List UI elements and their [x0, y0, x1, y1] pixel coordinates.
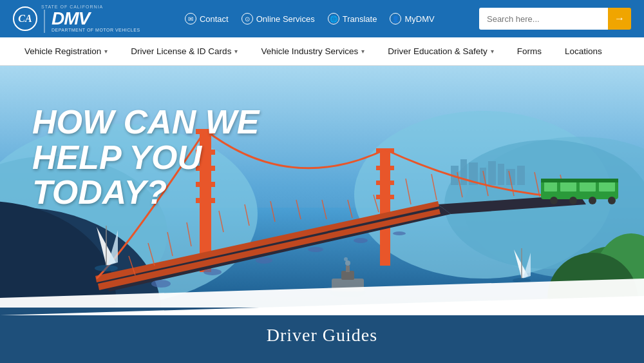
svg-rect-76 — [580, 181, 596, 191]
svg-point-35 — [151, 280, 171, 288]
driver-guides-title: Driver Guides — [267, 325, 377, 346]
chevron-down-icon: ▾ — [234, 48, 238, 55]
chevron-down-icon: ▾ — [104, 48, 108, 55]
svg-rect-74 — [544, 181, 557, 191]
svg-rect-78 — [541, 179, 618, 182]
search-button[interactable]: → — [608, 8, 631, 30]
svg-point-81 — [589, 197, 596, 204]
nav-driver-license[interactable]: Driver License & ID Cards ▾ — [119, 37, 249, 66]
nav-driver-education[interactable]: Driver Education & Safety ▾ — [376, 37, 506, 66]
mydmv-label: MyDMV — [404, 14, 434, 24]
svg-point-39 — [354, 238, 368, 243]
globe-icon: 🌐 — [328, 13, 339, 25]
nav-vehicle-registration[interactable]: Vehicle Registration ▾ — [13, 37, 119, 66]
ca-gov-logo[interactable]: CA — [13, 6, 37, 31]
chevron-down-icon: ▾ — [491, 48, 494, 55]
search-input[interactable] — [479, 8, 608, 30]
svg-rect-68 — [341, 271, 354, 280]
svg-rect-11 — [488, 161, 496, 185]
svg-rect-14 — [517, 166, 525, 185]
contact-link[interactable]: ✉ Contact — [185, 13, 229, 25]
translate-link[interactable]: 🌐 Translate — [328, 13, 377, 25]
driver-guides-section: Driver Guides — [0, 308, 644, 363]
dmv-text: DMV — [52, 10, 90, 28]
svg-point-70 — [345, 260, 350, 266]
svg-point-40 — [393, 231, 406, 235]
contact-label: Contact — [200, 14, 229, 24]
svg-rect-8 — [460, 159, 467, 185]
nav-locations[interactable]: Locations — [553, 37, 614, 66]
hero-section: HOW CAN WE HELP YOU TODAY? — [0, 66, 644, 308]
svg-point-62 — [95, 265, 118, 271]
translate-label: Translate — [343, 14, 377, 24]
svg-rect-29 — [376, 181, 394, 185]
search-area: → — [479, 8, 631, 30]
chevron-down-icon: ▾ — [361, 48, 365, 55]
svg-rect-69 — [346, 266, 350, 272]
nav-forms[interactable]: Forms — [506, 37, 553, 66]
svg-point-38 — [308, 247, 323, 252]
dmv-sub: DEPARTMENT OF MOTOR VEHICLES — [52, 28, 140, 33]
svg-rect-28 — [376, 166, 394, 170]
svg-rect-77 — [599, 181, 615, 191]
svg-rect-75 — [560, 181, 576, 191]
online-services-link[interactable]: ⊙ Online Services — [242, 13, 315, 25]
person-icon: 👤 — [390, 13, 401, 25]
svg-point-80 — [569, 197, 577, 204]
online-services-label: Online Services — [256, 14, 315, 24]
svg-rect-12 — [498, 164, 504, 185]
hero-title: HOW CAN WE HELP YOU TODAY? — [32, 104, 322, 210]
mydmv-link[interactable]: 👤 MyDMV — [390, 13, 434, 25]
envelope-icon: ✉ — [185, 13, 196, 25]
svg-point-82 — [608, 197, 616, 204]
logo-area: CA STATE OF CALIFORNIA DMV DEPARTMENT OF… — [13, 5, 140, 32]
svg-rect-30 — [376, 195, 394, 199]
svg-point-36 — [204, 269, 222, 275]
dmv-logo[interactable]: DMV DEPARTMENT OF MOTOR VEHICLES — [44, 10, 140, 33]
online-services-icon: ⊙ — [242, 13, 253, 25]
svg-point-79 — [550, 197, 558, 204]
main-nav: Vehicle Registration ▾ Driver License & … — [0, 37, 644, 66]
top-header: CA STATE OF CALIFORNIA DMV DEPARTMENT OF… — [0, 0, 644, 37]
svg-point-37 — [256, 257, 272, 264]
nav-vehicle-industry[interactable]: Vehicle Industry Services ▾ — [249, 37, 376, 66]
svg-point-71 — [344, 257, 348, 261]
hero-text: HOW CAN WE HELP YOU TODAY? — [32, 104, 322, 210]
top-nav: ✉ Contact ⊙ Online Services 🌐 Translate … — [185, 13, 435, 25]
